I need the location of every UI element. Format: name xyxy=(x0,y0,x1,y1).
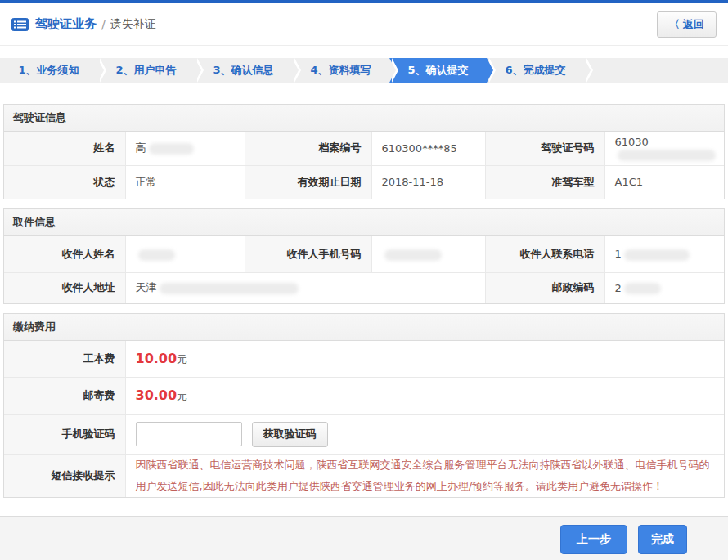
file-no-value: 610300****85 xyxy=(371,132,485,165)
recipient-mobile-value xyxy=(371,236,485,272)
status-value: 正常 xyxy=(125,165,245,199)
table-row: 短信接收提示 因陕西省联通、电信运营商技术问题，陕西省互联网交通安全综合服务管理… xyxy=(4,454,724,497)
recipient-phone-value: 1 xyxy=(604,236,724,272)
redacted-blur xyxy=(384,249,442,261)
table-row: 工本费 10.00元 xyxy=(4,341,724,377)
main-content: 驾驶证信息 姓名 高 档案编号 610300****85 驾驶证号码 61030… xyxy=(0,104,728,498)
fee-section: 缴纳费用 工本费 10.00元 邮寄费 30.00元 手机验证码 获取验证码 短… xyxy=(3,313,725,498)
license-section-title: 驾驶证信息 xyxy=(4,105,724,132)
sms-code-cell: 获取验证码 xyxy=(125,414,724,454)
vehicle-type-value: A1C1 xyxy=(604,165,724,199)
table-row: 收件人地址 天津 邮政编码 2 xyxy=(4,272,724,303)
sms-code-input[interactable] xyxy=(136,422,242,446)
redacted-blur xyxy=(618,150,716,161)
footer-action-bar: 上一步 完成 xyxy=(0,516,728,560)
mailing-fee-amount: 30.00 xyxy=(136,388,178,403)
finish-button[interactable]: 完成 xyxy=(638,525,687,554)
step-6-complete-submit[interactable]: 6、完成提交 xyxy=(487,58,584,83)
breadcrumb-separator: / xyxy=(101,18,106,31)
fee-section-title: 缴纳费用 xyxy=(4,314,724,341)
production-fee-label: 工本费 xyxy=(4,341,125,377)
pickup-info-section: 取件信息 收件人姓名 收件人手机号码 收件人联系电话 1 收件人地址 天津 邮政… xyxy=(3,208,725,304)
name-value: 高 xyxy=(125,132,245,165)
redacted-blur xyxy=(624,283,661,294)
previous-step-button[interactable]: 上一步 xyxy=(560,525,627,554)
recipient-address-label: 收件人地址 xyxy=(4,272,125,303)
step-2-user-declaration[interactable]: 2、用户申告 xyxy=(97,58,195,83)
vehicle-type-label: 准驾车型 xyxy=(485,165,604,199)
redacted-blur xyxy=(138,249,175,261)
table-row: 邮寄费 30.00元 xyxy=(4,377,724,414)
redacted-blur xyxy=(624,249,690,261)
mailing-fee-value: 30.00元 xyxy=(125,377,724,414)
table-row: 收件人姓名 收件人手机号码 收件人联系电话 1 xyxy=(4,236,724,272)
fee-unit: 元 xyxy=(177,390,187,402)
sms-notice-cell: 因陕西省联通、电信运营商技术问题，陕西省互联网交通安全综合服务管理平台无法向持陕… xyxy=(125,454,724,497)
table-row: 姓名 高 档案编号 610300****85 驾驶证号码 61030 xyxy=(4,132,724,165)
step-5-confirm-submit[interactable]: 5、确认提交 xyxy=(389,58,487,83)
page-title: 驾驶证业务 xyxy=(35,16,97,32)
mailing-fee-label: 邮寄费 xyxy=(4,377,125,414)
production-fee-amount: 10.00 xyxy=(136,351,178,366)
license-no-value: 61030 xyxy=(604,132,724,165)
sms-notice-text: 因陕西省联通、电信运营商技术问题，陕西省互联网交通安全综合服务管理平台无法向持陕… xyxy=(136,455,715,497)
production-fee-value: 10.00元 xyxy=(125,341,724,377)
recipient-address-value: 天津 xyxy=(125,272,485,303)
pickup-section-title: 取件信息 xyxy=(4,209,724,236)
postal-code-label: 邮政编码 xyxy=(485,272,604,303)
license-info-table: 姓名 高 档案编号 610300****85 驾驶证号码 61030 状态 正常… xyxy=(4,132,724,199)
license-list-icon xyxy=(11,18,29,31)
redacted-blur xyxy=(149,143,194,155)
recipient-phone-label: 收件人联系电话 xyxy=(485,236,604,272)
expiry-value: 2018-11-18 xyxy=(371,165,485,199)
license-no-label: 驾驶证号码 xyxy=(485,132,604,165)
recipient-mobile-label: 收件人手机号码 xyxy=(245,236,371,272)
recipient-name-label: 收件人姓名 xyxy=(4,236,125,272)
file-no-label: 档案编号 xyxy=(245,132,371,165)
back-button-label: 返回 xyxy=(683,18,704,30)
step-1-business-notice[interactable]: 1、业务须知 xyxy=(0,58,97,83)
back-chevron-icon: 〈 xyxy=(669,18,680,30)
license-info-section: 驾驶证信息 姓名 高 档案编号 610300****85 驾驶证号码 61030… xyxy=(3,104,725,199)
status-label: 状态 xyxy=(4,165,125,199)
step-4-fill-data[interactable]: 4、资料填写 xyxy=(292,58,389,83)
get-code-button[interactable]: 获取验证码 xyxy=(252,422,328,447)
back-button[interactable]: 〈返回 xyxy=(657,11,717,38)
fee-unit: 元 xyxy=(177,353,187,365)
page-header: 驾驶证业务 / 遗失补证 〈返回 xyxy=(0,3,728,46)
table-row: 手机验证码 获取验证码 xyxy=(4,414,724,454)
redacted-blur xyxy=(160,283,299,294)
recipient-name-value xyxy=(125,236,245,272)
step-3-confirm-info[interactable]: 3、确认信息 xyxy=(195,58,292,83)
fee-table: 工本费 10.00元 邮寄费 30.00元 手机验证码 获取验证码 短信接收提示… xyxy=(4,341,724,497)
name-label: 姓名 xyxy=(4,132,125,165)
postal-code-value: 2 xyxy=(604,272,724,303)
sms-notice-label: 短信接收提示 xyxy=(4,454,125,497)
expiry-label: 有效期止日期 xyxy=(245,165,371,199)
breadcrumb-current: 遗失补证 xyxy=(110,17,156,32)
table-row: 状态 正常 有效期止日期 2018-11-18 准驾车型 A1C1 xyxy=(4,165,724,199)
pickup-info-table: 收件人姓名 收件人手机号码 收件人联系电话 1 收件人地址 天津 邮政编码 2 xyxy=(4,236,724,303)
step-progress-bar: 1、业务须知 2、用户申告 3、确认信息 4、资料填写 5、确认提交 6、完成提… xyxy=(0,58,728,83)
sms-code-label: 手机验证码 xyxy=(4,414,125,454)
